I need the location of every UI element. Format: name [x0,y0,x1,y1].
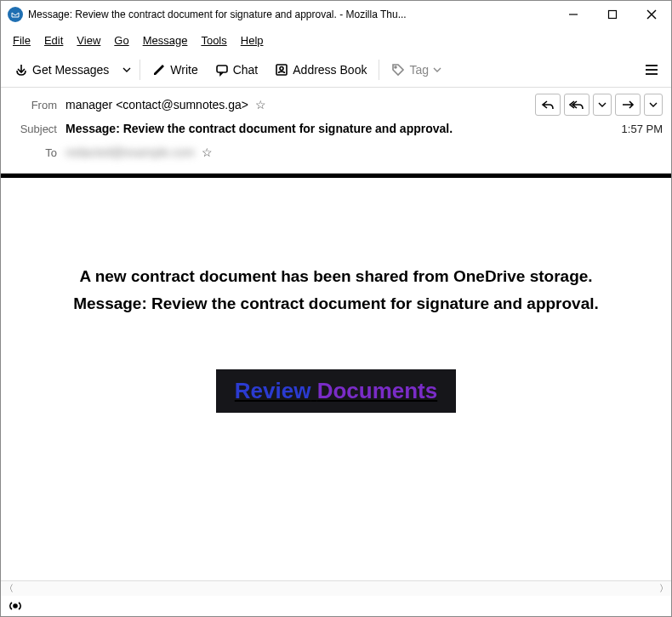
chevron-down-icon [433,66,441,74]
close-button[interactable] [632,1,671,28]
svg-point-7 [280,66,283,70]
svg-point-12 [14,604,17,608]
review-documents-button[interactable]: Review Documents [216,369,456,413]
menu-help[interactable]: Help [234,31,271,50]
review-word-1: Review [235,378,311,403]
message-body: A new contract document has been shared … [1,178,671,580]
tag-icon [391,63,405,77]
review-word-2: Documents [317,378,438,403]
menu-tools[interactable]: Tools [194,31,233,50]
window-title: Message: Review the contract document fo… [28,9,554,20]
tag-button[interactable]: Tag [384,58,448,82]
svg-rect-5 [217,66,227,72]
star-icon[interactable]: ☆ [255,98,266,111]
from-address[interactable]: manager <contact@sumnotes.ga> [65,98,248,111]
message-time: 1:57 PM [622,123,663,135]
svg-rect-2 [609,11,617,19]
get-messages-dropdown[interactable] [119,58,134,82]
title-bar: Message: Review the contract document fo… [1,1,671,28]
from-value: manager <contact@sumnotes.ga> ☆ [65,98,535,111]
svg-point-8 [395,66,396,68]
chat-icon [215,63,229,77]
write-button[interactable]: Write [145,58,204,82]
menu-file[interactable]: File [6,31,37,50]
write-label: Write [170,63,197,77]
address-book-label: Address Book [293,63,367,77]
window-controls [554,1,671,28]
activity-icon [8,600,23,612]
separator [379,60,379,80]
menu-view[interactable]: View [70,31,107,50]
get-messages-label: Get Messages [32,63,109,77]
to-label: To [9,146,57,159]
app-menu-button[interactable] [639,57,664,83]
minimize-button[interactable] [554,1,593,28]
download-icon [14,63,28,77]
forward-button[interactable] [615,94,641,116]
address-book-icon [275,63,288,77]
chat-label: Chat [233,63,259,77]
to-row: To redacted@example.com ☆ [9,140,663,164]
message-actions [535,94,663,116]
horizontal-scrollbar[interactable]: 〈 〉 [1,580,671,596]
message-headers: From manager <contact@sumnotes.ga> ☆ Sub… [1,88,671,174]
toolbar: Get Messages Write Chat Address Book Tag [1,52,671,88]
app-icon [8,7,23,22]
message-body-wrap: A new contract document has been shared … [1,174,671,580]
scroll-right-icon[interactable]: 〉 [656,581,671,597]
pencil-icon [152,63,166,77]
to-value: redacted@example.com ☆ [65,146,663,159]
tag-label: Tag [409,63,429,77]
chat-button[interactable]: Chat [208,58,265,82]
menu-message[interactable]: Message [136,31,195,50]
scroll-left-icon[interactable]: 〈 [1,581,16,597]
reply-button[interactable] [535,94,561,116]
body-line-2: Message: Review the contract document fo… [73,290,599,317]
body-line-1: A new contract document has been shared … [73,263,599,290]
more-actions-dropdown[interactable] [644,94,663,116]
subject-value: Message: Review the contract document fo… [65,122,615,135]
subject-row: Subject Message: Review the contract doc… [9,117,663,140]
menu-go[interactable]: Go [107,31,135,50]
status-bar [1,596,671,616]
star-icon[interactable]: ☆ [202,146,213,159]
to-address[interactable]: redacted@example.com [65,146,195,159]
subject-label: Subject [9,123,57,135]
reply-all-dropdown[interactable] [593,94,612,116]
maximize-button[interactable] [593,1,632,28]
get-messages-button[interactable]: Get Messages [8,58,116,82]
body-text: A new contract document has been shared … [73,263,599,318]
from-row: From manager <contact@sumnotes.ga> ☆ [9,93,663,117]
menu-bar: File Edit View Go Message Tools Help [1,28,671,52]
from-label: From [9,99,57,111]
separator [140,60,140,80]
reply-all-button[interactable] [564,94,589,116]
menu-edit[interactable]: Edit [37,31,70,50]
address-book-button[interactable]: Address Book [268,58,373,82]
